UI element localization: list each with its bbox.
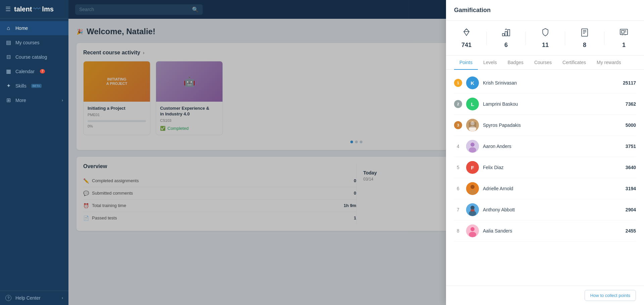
user-name-5: Felix Diaz [483, 165, 622, 170]
help-center-label: Help Center [15, 295, 41, 301]
stat-points: 741 [461, 28, 472, 49]
catalog-icon: ⊟ [5, 54, 11, 60]
svg-point-18 [469, 211, 476, 216]
calendar-icon: ▦ [5, 68, 11, 74]
collect-points-button[interactable]: How to collect points [585, 290, 636, 301]
logo-text: talent [14, 5, 32, 13]
stat-certificates: 1 [619, 28, 629, 49]
rank-num-6: 6 [454, 186, 462, 191]
svg-rect-3 [582, 29, 588, 36]
avatar-4 [466, 140, 479, 153]
help-icon: ? [5, 295, 11, 301]
avatar-8 [466, 224, 479, 237]
divider-4 [604, 32, 604, 45]
user-points-5: 3640 [626, 165, 636, 170]
sidebar-item-skills[interactable]: ✦ Skills BETA [0, 79, 68, 93]
avatar-5: F [466, 161, 479, 174]
diamond-icon [462, 28, 471, 39]
logo[interactable]: talent 〰 lms [14, 5, 54, 13]
courses-icon: ▤ [5, 39, 11, 46]
levels-icon [501, 28, 511, 39]
divider-2 [526, 32, 526, 45]
tab-certificates[interactable]: Certificates [557, 56, 591, 70]
svg-rect-1 [505, 32, 507, 36]
user-points-6: 3194 [626, 186, 636, 191]
dim-overlay[interactable] [68, 0, 446, 305]
beta-badge: BETA [31, 84, 42, 88]
leaderboard-row-3: 3 Spyros Papadakis 5000 [454, 115, 636, 136]
svg-rect-19 [470, 209, 475, 211]
tab-badges[interactable]: Badges [502, 56, 529, 70]
sidebar-nav: ⌂ Home ▤ My courses ⊟ Course catalog ▦ C… [0, 18, 68, 291]
divider-1 [486, 32, 487, 45]
sidebar-item-more-label: More [15, 98, 26, 103]
sidebar-footer[interactable]: ? Help Center › [0, 291, 68, 305]
svg-point-21 [470, 227, 475, 231]
sidebar-item-my-courses[interactable]: ▤ My courses [0, 35, 68, 50]
svg-point-22 [469, 232, 476, 237]
stat-badges: 11 [541, 28, 550, 49]
svg-rect-2 [508, 30, 510, 36]
panel-tabs: Points Levels Badges Courses Certificate… [446, 56, 644, 70]
user-points-3: 5000 [626, 122, 636, 128]
user-name-6: Adrielle Arnold [483, 186, 622, 191]
svg-point-15 [469, 190, 476, 195]
logo-lms: lms [42, 5, 53, 13]
tab-my-rewards[interactable]: My rewards [591, 56, 626, 70]
rank-num-7: 7 [454, 207, 462, 212]
user-points-2: 7362 [626, 101, 636, 107]
leaderboard-row-4: 4 Aaron Anders 3751 [454, 136, 636, 157]
user-points-1: 25117 [623, 80, 636, 86]
sidebar-item-calendar-label: Calendar [15, 69, 35, 74]
rank-medal-2: 2 [454, 100, 462, 108]
svg-rect-9 [469, 122, 476, 128]
logo-wave-icon: 〰 [33, 5, 41, 13]
help-center-item[interactable]: ? Help Center › [5, 295, 63, 301]
leaderboard-row-1: 1 K Krish Srinivasan 25117 [454, 72, 636, 94]
leaderboard-row-6: 6 Adrielle Arnold 3194 [454, 178, 636, 199]
sidebar-item-more[interactable]: ⊞ More › [0, 93, 68, 107]
panel-footer: How to collect points [446, 286, 644, 305]
svg-point-17 [470, 206, 475, 210]
stat-levels: 6 [501, 28, 511, 49]
sidebar-item-home-label: Home [15, 26, 28, 31]
chevron-right-icon: › [62, 98, 63, 103]
avatar-7 [466, 203, 479, 216]
tab-courses[interactable]: Courses [529, 56, 557, 70]
skills-icon: ✦ [5, 83, 11, 89]
book-icon [580, 28, 589, 39]
sidebar-item-skills-label: Skills [15, 83, 27, 89]
svg-point-14 [470, 185, 475, 189]
user-points-7: 2904 [626, 207, 636, 212]
panel-title: Gamification [454, 7, 636, 14]
sidebar-item-home[interactable]: ⌂ Home [0, 21, 68, 35]
svg-rect-0 [502, 34, 504, 36]
gamification-panel: Gamification 741 6 [446, 0, 644, 305]
badges-value: 11 [542, 42, 549, 49]
sidebar-item-course-catalog[interactable]: ⊟ Course catalog [0, 50, 68, 64]
gamification-stats: 741 6 11 [446, 21, 644, 56]
points-value: 741 [461, 42, 472, 49]
user-points-8: 2455 [626, 228, 636, 234]
levels-value: 6 [504, 42, 508, 49]
svg-rect-5 [622, 31, 624, 33]
divider-3 [565, 32, 565, 45]
menu-icon[interactable]: ☰ [5, 5, 11, 13]
svg-point-11 [470, 143, 475, 147]
rank-medal-3: 3 [454, 121, 462, 129]
avatar-2: L [466, 98, 479, 110]
help-chevron-icon: › [62, 296, 63, 300]
leaderboard-row-5: 5 F Felix Diaz 3640 [454, 157, 636, 178]
user-name-1: Krish Srinivasan [483, 80, 619, 86]
leaderboard-row-7: 7 Anthony Abbott 2904 [454, 199, 636, 220]
user-name-7: Anthony Abbott [483, 207, 622, 212]
tab-levels[interactable]: Levels [478, 56, 502, 70]
tab-points[interactable]: Points [454, 56, 478, 70]
avatar-3 [466, 119, 479, 132]
user-name-4: Aaron Anders [483, 144, 622, 149]
courses-value: 8 [583, 42, 586, 49]
sidebar-item-calendar[interactable]: ▦ Calendar 7 [0, 64, 68, 79]
sidebar-header: ☰ talent 〰 lms [0, 0, 68, 18]
avatar-1: K [466, 77, 479, 89]
more-icon: ⊞ [5, 97, 11, 103]
